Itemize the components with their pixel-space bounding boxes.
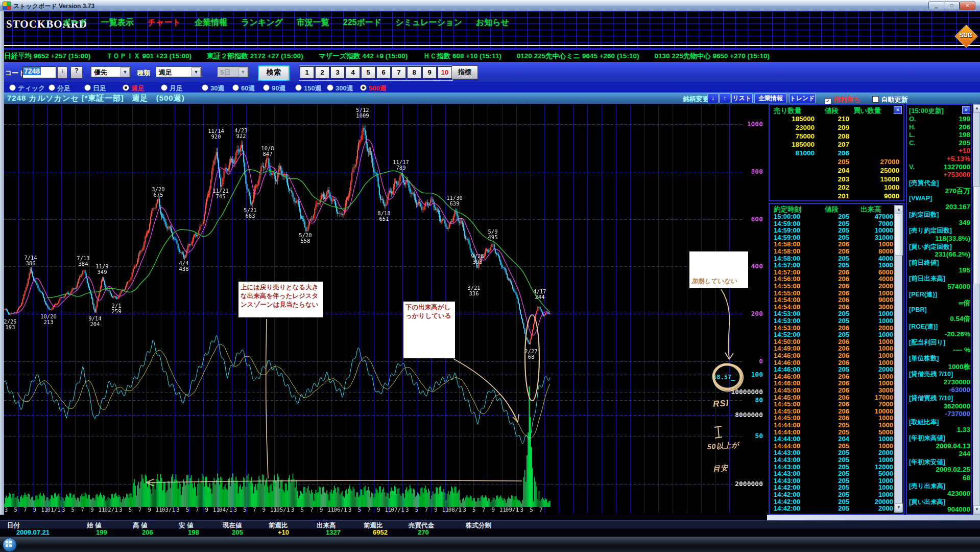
menu-item-企業情報[interactable]: 企業情報 [195, 17, 227, 28]
priority-dropdown[interactable]: 優先▼ [91, 66, 131, 77]
menu-item-チャート[interactable]: チャート [148, 17, 181, 28]
help-button[interactable]: ? [70, 66, 83, 79]
radio-icon[interactable] [49, 84, 55, 91]
menu-item-お知らせ[interactable]: お知らせ [476, 17, 509, 28]
bottom-value: +10 [278, 528, 289, 536]
app-window: ストックボード Version 3.73 ▁ □ ✕ STOCKBOARD ボー… [0, 0, 980, 552]
period-150週[interactable]: 150週 [295, 84, 322, 93]
window-title: ストックボード Version 3.73 [13, 2, 94, 11]
radio-icon[interactable] [84, 84, 91, 91]
menu-item-ボード[interactable]: ボード [62, 17, 87, 28]
page-button-7[interactable]: 7 [392, 66, 406, 79]
scroll-up-icon[interactable]: ▲ [973, 104, 980, 113]
trend-button[interactable]: トレンド [789, 94, 816, 103]
header-band: STOCKBOARD ボード一覧表示チャート企業情報ランキング市況一覧225ボー… [0, 11, 980, 49]
index-マザーズ指数: マザーズ指数 442 +9 (15:00) [319, 52, 408, 61]
page-button-5[interactable]: 5 [361, 66, 375, 79]
change-symbol-label[interactable]: 銘柄変更 [683, 95, 709, 104]
quote-header: [15:00更新] [909, 106, 944, 116]
page-button-6[interactable]: 6 [376, 66, 391, 79]
bottom-value: 2009.07.21 [16, 528, 50, 536]
period-週足[interactable]: 週足 [123, 84, 145, 93]
search-button[interactable]: 検索 [258, 65, 290, 81]
stock-title-bar: 7248 カルソカンセ [*東証一部] 週足 (500週) 銘柄変更 ↓ ↑ リ… [0, 93, 980, 104]
symbol-down-button[interactable]: ↓ [707, 94, 719, 103]
orderbook-header-price: 値段 [825, 106, 839, 116]
period-selector-row: ティック分足日足週足月足30週60週90週150週300週500週 [0, 82, 980, 93]
menu-item-225ボード[interactable]: 225ボード [343, 17, 381, 28]
index-0130 225先物中心: 0130 225先物中心 9650 +270 (15:10) [654, 52, 770, 61]
period-月足[interactable]: 月足 [161, 84, 183, 93]
close-icon[interactable]: × [962, 106, 970, 114]
period-30週[interactable]: 30週 [202, 84, 224, 93]
page-button-8[interactable]: 8 [407, 66, 421, 79]
menu-divider [0, 45, 980, 46]
orderbook-header-buy: 買い数量 [853, 106, 881, 116]
chevron-down-icon[interactable]: ▼ [192, 67, 201, 77]
kind-label: 種類 [137, 68, 150, 78]
indices-ticker-bar: 日経平均 9652 +257 (15:00)ＴＯＰＩＸ 901 +23 (15:… [0, 49, 980, 62]
maximize-button[interactable]: □ [944, 2, 960, 10]
kind-dropdown[interactable]: 週足▼ [156, 66, 202, 77]
stock-title: 7248 カルソカンセ [*東証一部] 週足 (500週) [7, 94, 185, 103]
indicator-button[interactable]: 指標 [451, 65, 478, 79]
menu-item-ランキング[interactable]: ランキング [241, 17, 283, 28]
window-scroll-thumb[interactable] [973, 186, 980, 284]
page-button-9[interactable]: 9 [422, 66, 437, 79]
index-ＴＯＰＩＸ: ＴＯＰＩＸ 901 +23 (15:00) [106, 52, 192, 61]
menu-item-市況一覧[interactable]: 市況一覧 [297, 17, 329, 28]
page-button-3[interactable]: 3 [330, 66, 345, 79]
bottom-value: 205 [232, 528, 243, 536]
bottom-table-header: 日付始 値高 値安 値現在値前週比出来高前週比売買代金株式分割 [0, 520, 980, 529]
radio-icon[interactable] [161, 84, 168, 91]
code-down-button[interactable]: ↓ [57, 66, 67, 79]
close-button[interactable]: ✕ [960, 2, 975, 10]
annotation-resistance-note: 上には戻り売りとなる大きな出来高を伴ったレジスタンスゾーンは見当たらない [238, 282, 323, 317]
minimize-button[interactable]: ▁ [928, 2, 944, 10]
tape-scrollbar[interactable]: ▲ ▼ [894, 205, 902, 513]
radio-icon[interactable] [295, 84, 302, 91]
page-button-4[interactable]: 4 [346, 66, 360, 79]
page-button-1[interactable]: 1 [300, 66, 314, 79]
window-scrollbar[interactable]: ▲ ▼ [973, 104, 980, 515]
auto-update-checkbox[interactable]: 自動更新 [872, 95, 907, 104]
ex-rights-checkbox[interactable]: ✓ 権利落ち [825, 95, 861, 105]
period-500週[interactable]: 500週 [360, 84, 387, 93]
radio-icon[interactable] [123, 84, 129, 91]
period-90週[interactable]: 90週 [263, 84, 285, 93]
hand-rsi-label: RSI [712, 398, 729, 409]
price-chart-canvas[interactable] [4, 104, 767, 515]
page-button-10[interactable]: 10 [438, 66, 452, 79]
period-分足[interactable]: 分足 [49, 84, 70, 93]
close-icon[interactable]: × [894, 106, 902, 114]
radio-icon[interactable] [232, 84, 239, 91]
list-button[interactable]: リスト [731, 94, 753, 103]
period-日足[interactable]: 日足 [84, 84, 106, 93]
day-dropdown: 5日▼ [217, 66, 249, 77]
period-60週[interactable]: 60週 [232, 84, 255, 93]
annotation-overheat-note: 加熱していない [689, 251, 748, 288]
title-bar[interactable]: ストックボード Version 3.73 ▁ □ ✕ [0, 0, 980, 12]
taskbar: HYPER SBI日記を書く - Mozil...Yahoo!天気情報 - ..… [0, 537, 980, 552]
radio-icon[interactable] [327, 84, 333, 91]
period-300週[interactable]: 300週 [327, 84, 353, 93]
index-日経平均: 日経平均 9652 +257 (15:00) [4, 52, 90, 61]
scroll-down-icon[interactable]: ▼ [973, 505, 980, 514]
tape-scroll-thumb[interactable] [895, 214, 903, 256]
radio-icon[interactable] [202, 84, 208, 91]
code-input[interactable]: 7248 [22, 66, 56, 78]
radio-icon[interactable] [9, 84, 16, 91]
menu-item-一覧表示[interactable]: 一覧表示 [101, 17, 134, 28]
period-ティック[interactable]: ティック [9, 84, 45, 93]
menu-item-シミュレーション[interactable]: シミュレーション [395, 17, 462, 28]
scroll-up-icon[interactable]: ▲ [895, 205, 903, 214]
start-button[interactable] [3, 538, 17, 552]
bottom-table-row: 2009.07.21199206198205+1013276952270 [0, 528, 980, 537]
page-button-2[interactable]: 2 [315, 66, 329, 79]
chevron-down-icon[interactable]: ▼ [121, 67, 130, 77]
radio-icon[interactable] [263, 84, 270, 91]
radio-icon[interactable] [360, 84, 367, 91]
company-info-button[interactable]: 企業情報 [754, 94, 787, 103]
scroll-down-icon[interactable]: ▼ [895, 503, 903, 512]
symbol-up-button[interactable]: ↑ [719, 94, 730, 103]
